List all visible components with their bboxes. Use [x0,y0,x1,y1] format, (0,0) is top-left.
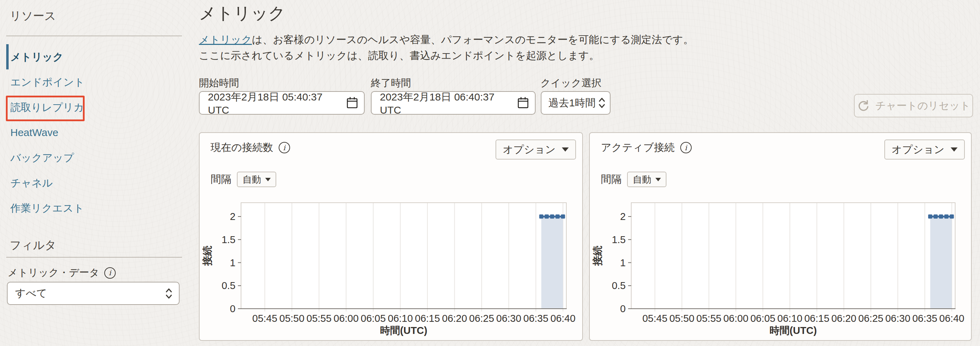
metrics-doc-link[interactable]: メトリック [199,34,252,45]
sidebar-item-endpoints[interactable]: エンドポイント [6,69,182,95]
refresh-icon [857,99,870,112]
svg-text:06:00: 06:00 [334,313,359,324]
chart-card-active-connections: アクティブ接続 i オプション 間隔 自動 05:4505:5005:5506:… [589,132,972,341]
calendar-icon [346,96,358,110]
sidebar-nav: メトリック エンドポイント 読取りレプリカ HeatWave バックアップ チャ… [6,44,182,221]
svg-text:時間(UTC): 時間(UTC) [380,325,428,336]
sidebar-divider [6,35,182,36]
sidebar-item-heatwave[interactable]: HeatWave [6,120,182,145]
interval-select-button[interactable]: 自動 [237,172,276,187]
svg-text:06:25: 06:25 [858,313,884,324]
intro-line1: は、お客様のリソースのヘルスや容量、パフォーマンスのモニターを可能にする測定法で… [252,34,694,45]
interval-label: 間隔 [601,172,622,187]
svg-text:1: 1 [230,257,235,268]
svg-text:06:15: 06:15 [415,313,440,324]
svg-text:1.5: 1.5 [612,234,626,245]
svg-text:2: 2 [230,211,235,222]
chart-options-button[interactable]: オプション [496,140,576,159]
metric-data-select-value: すべて [15,286,47,300]
svg-text:06:25: 06:25 [469,313,495,324]
select-chevrons-icon [598,97,606,109]
svg-text:06:35: 06:35 [912,313,937,324]
sidebar-item-backups[interactable]: バックアップ [6,145,182,170]
start-time-input[interactable]: 2023年2月18日 05:40:37 UTC [199,91,365,115]
red-highlight-box [6,96,84,121]
svg-text:06:10: 06:10 [777,313,802,324]
svg-text:05:55: 05:55 [307,313,332,324]
svg-text:06:40: 06:40 [939,313,964,324]
connections-chart-plot[interactable]: 05:4505:5005:5506:0006:0506:1006:1506:20… [200,199,584,337]
quick-select-value: 過去1時間 [548,96,596,110]
svg-text:06:35: 06:35 [523,313,549,324]
end-time-value: 2023年2月18日 06:40:37 UTC [380,90,517,116]
info-icon[interactable]: i [278,142,290,153]
chart-options-button[interactable]: オプション [885,140,965,159]
svg-text:06:20: 06:20 [442,313,467,324]
start-time-label: 開始時間 [199,76,239,90]
svg-text:06:40: 06:40 [550,313,576,324]
intro-line2: ここに示されているメトリックは、読取り、書込みエンドポイントを起源とします。 [199,50,600,61]
svg-text:05:55: 05:55 [697,313,722,324]
caret-down-icon [951,147,958,151]
info-icon[interactable]: i [104,267,116,279]
select-chevrons-icon [165,287,173,300]
svg-text:1.5: 1.5 [222,234,235,245]
sidebar-item-channels[interactable]: チャネル [6,170,182,195]
end-time-input[interactable]: 2023年2月18日 06:40:37 UTC [371,91,536,115]
svg-text:1: 1 [620,257,626,268]
filter-divider [6,257,182,258]
intro-text: メトリックは、お客様のリソースのヘルスや容量、パフォーマンスのモニターを可能にす… [199,32,694,64]
svg-text:接続: 接続 [592,246,603,266]
page: リソース メトリック エンドポイント 読取りレプリカ HeatWave バックア… [0,0,980,346]
svg-text:05:50: 05:50 [669,313,694,324]
calendar-icon [517,96,529,110]
svg-text:2: 2 [620,211,626,222]
sidebar-item-metrics[interactable]: メトリック [6,44,182,69]
svg-text:06:10: 06:10 [388,313,413,324]
interval-select-button[interactable]: 自動 [627,172,667,187]
svg-text:0.5: 0.5 [222,280,235,291]
caret-down-icon [655,178,661,181]
svg-text:06:30: 06:30 [885,313,911,324]
page-title: メトリック [199,3,286,24]
svg-text:0: 0 [230,303,235,314]
svg-text:06:20: 06:20 [831,313,856,324]
svg-text:06:00: 06:00 [724,313,749,324]
resources-section-title: リソース [10,8,56,24]
svg-text:06:15: 06:15 [804,313,829,324]
svg-text:0: 0 [620,303,626,314]
reset-charts-label: チャートのリセット [875,99,970,113]
interval-label: 間隔 [211,172,231,187]
active-connections-chart-plot[interactable]: 05:4505:5005:5506:0006:0506:1006:1506:20… [590,199,972,337]
svg-text:06:05: 06:05 [750,313,776,324]
caret-down-icon [562,147,569,151]
svg-text:時間(UTC): 時間(UTC) [770,325,817,336]
svg-text:05:50: 05:50 [279,313,305,324]
sidebar-item-work-requests[interactable]: 作業リクエスト [6,195,182,221]
reset-charts-button[interactable]: チャートのリセット [854,94,973,117]
info-icon[interactable]: i [680,142,692,153]
quick-select[interactable]: 過去1時間 [541,91,611,115]
svg-text:接続: 接続 [202,246,213,266]
metric-data-select[interactable]: すべて [7,282,180,305]
chart-title: アクティブ接続 [601,140,675,155]
svg-text:05:45: 05:45 [253,313,278,324]
svg-text:06:30: 06:30 [496,313,522,324]
svg-text:06:05: 06:05 [361,313,386,324]
caret-down-icon [265,178,271,181]
end-time-label: 終了時間 [371,76,411,90]
start-time-value: 2023年2月18日 05:40:37 UTC [208,90,346,116]
chart-title: 現在の接続数 [211,140,273,155]
quick-select-label: クイック選択 [541,76,601,90]
svg-text:0.5: 0.5 [612,280,626,291]
metric-data-label: メトリック・データ [8,266,99,280]
filter-section-title: フィルタ [10,238,56,253]
chart-card-current-connections: 現在の接続数 i オプション 間隔 自動 05:4505:5005:5506:0… [199,132,583,341]
svg-text:05:45: 05:45 [642,313,668,324]
